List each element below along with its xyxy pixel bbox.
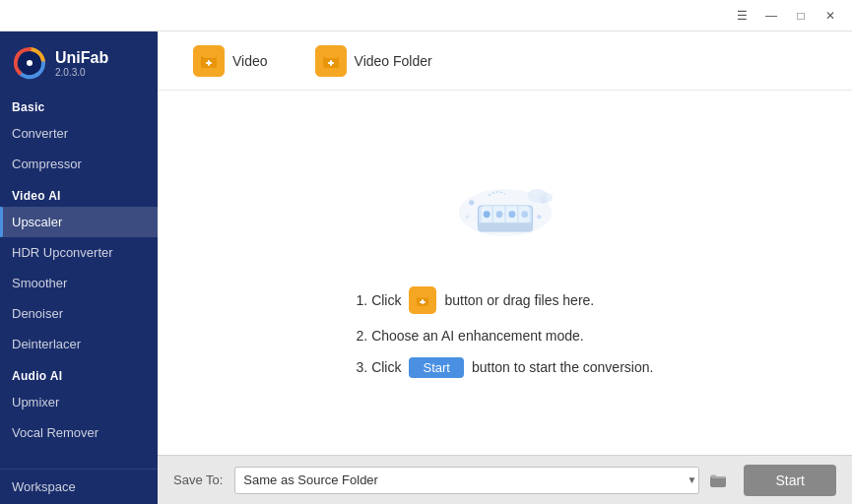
section-basic: Basic bbox=[0, 91, 158, 118]
add-video-icon bbox=[193, 45, 225, 77]
menu-button[interactable]: ☰ bbox=[728, 6, 755, 26]
app-name: UniFab bbox=[55, 49, 108, 67]
svg-point-22 bbox=[537, 215, 541, 219]
drop-illustration bbox=[446, 168, 564, 257]
svg-point-2 bbox=[27, 60, 33, 66]
title-bar: ☰ — □ ✕ bbox=[0, 0, 852, 32]
sidebar-item-converter[interactable]: Converter bbox=[0, 118, 158, 149]
add-folder-icon bbox=[315, 45, 347, 77]
main-panel: Video Video Folder bbox=[158, 32, 852, 504]
step3-prefix: 3. Click bbox=[357, 359, 402, 375]
step3-suffix: button to start the conversion. bbox=[472, 359, 653, 375]
inline-start-button[interactable]: Start bbox=[409, 357, 463, 378]
inline-add-icon bbox=[409, 286, 436, 314]
sidebar-item-compressor[interactable]: Compressor bbox=[0, 149, 158, 179]
sidebar-item-denoiser[interactable]: Denoiser bbox=[0, 298, 158, 329]
sidebar-item-deinterlacer[interactable]: Deinterlacer bbox=[0, 329, 158, 359]
sidebar-item-upmixer[interactable]: Upmixer bbox=[0, 387, 158, 417]
svg-point-23 bbox=[465, 215, 468, 218]
minimize-button[interactable]: — bbox=[757, 6, 785, 26]
save-to-wrapper: Same as Source Folder ▼ bbox=[234, 467, 732, 494]
save-to-select[interactable]: Same as Source Folder bbox=[234, 467, 698, 494]
drop-zone: 1. Click button or drag files here. 2. C… bbox=[158, 91, 852, 455]
logo-text: UniFab 2.0.3.0 bbox=[55, 49, 108, 78]
section-video-ai: Video AI bbox=[0, 179, 158, 207]
svg-point-25 bbox=[539, 192, 553, 202]
step1-suffix: button or drag files here. bbox=[444, 292, 594, 308]
add-video-label: Video bbox=[232, 53, 268, 69]
close-button[interactable]: ✕ bbox=[817, 6, 844, 26]
svg-point-16 bbox=[483, 211, 490, 218]
sidebar-item-smoother[interactable]: Smoother bbox=[0, 268, 158, 298]
app-body: UniFab 2.0.3.0 Basic Converter Compresso… bbox=[0, 32, 852, 504]
instructions: 1. Click button or drag files here. 2. C… bbox=[357, 286, 654, 378]
toolbar: Video Video Folder bbox=[158, 32, 852, 91]
add-folder-label: Video Folder bbox=[355, 53, 432, 69]
logo-icon bbox=[12, 45, 47, 81]
step1-prefix: 1. Click bbox=[357, 292, 402, 308]
sidebar: UniFab 2.0.3.0 Basic Converter Compresso… bbox=[0, 32, 158, 504]
instruction-2: 2. Choose an AI enhancement mode. bbox=[357, 328, 654, 344]
start-button[interactable]: Start bbox=[744, 465, 836, 496]
svg-point-18 bbox=[508, 211, 515, 218]
step2-text: 2. Choose an AI enhancement mode. bbox=[357, 328, 584, 344]
sidebar-item-hdr-upconverter[interactable]: HDR Upconverter bbox=[0, 237, 158, 268]
svg-rect-8 bbox=[328, 62, 334, 64]
sidebar-item-workspace[interactable]: Workspace bbox=[0, 469, 158, 504]
maximize-button[interactable]: □ bbox=[787, 6, 815, 26]
sidebar-item-upscaler[interactable]: Upscaler bbox=[0, 207, 158, 237]
add-folder-button[interactable]: Video Folder bbox=[299, 37, 448, 85]
svg-rect-15 bbox=[478, 222, 532, 231]
svg-rect-28 bbox=[420, 301, 426, 303]
window-controls: ☰ — □ ✕ bbox=[728, 6, 844, 26]
svg-point-17 bbox=[495, 211, 502, 218]
svg-rect-5 bbox=[206, 62, 212, 64]
svg-point-20 bbox=[469, 200, 474, 205]
logo-area: UniFab 2.0.3.0 bbox=[0, 32, 158, 91]
svg-point-19 bbox=[521, 211, 528, 218]
section-audio-ai: Audio AI bbox=[0, 359, 158, 387]
instruction-3: 3. Click Start button to start the conve… bbox=[357, 357, 654, 378]
instruction-1: 1. Click button or drag files here. bbox=[357, 286, 654, 314]
add-video-button[interactable]: Video bbox=[177, 37, 284, 85]
footer: Save To: Same as Source Folder ▼ Start bbox=[158, 455, 852, 504]
save-to-label: Save To: bbox=[173, 472, 223, 487]
app-version: 2.0.3.0 bbox=[55, 67, 108, 78]
sidebar-item-vocal-remover[interactable]: Vocal Remover bbox=[0, 417, 158, 448]
browse-folder-button[interactable] bbox=[704, 467, 732, 494]
